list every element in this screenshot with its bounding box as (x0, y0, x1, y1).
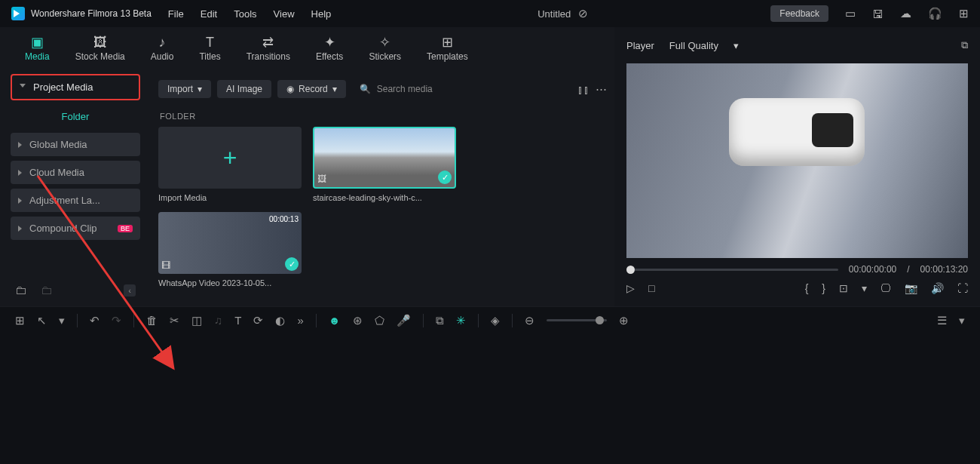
delete-icon[interactable]: 🗑 (146, 314, 158, 327)
audio-icon: ♪ (159, 35, 166, 49)
color-icon[interactable]: ◐ (275, 314, 285, 327)
menu-help[interactable]: Help (311, 8, 332, 20)
menu-tools[interactable]: Tools (234, 8, 256, 20)
sidebar-compound-clip[interactable]: Compound ClipBE (11, 217, 140, 240)
undo-icon[interactable]: ↶ (90, 314, 100, 327)
chevron-down-icon: ▾ (332, 84, 337, 94)
mark-in-icon[interactable]: { (805, 282, 809, 294)
headphones-icon[interactable]: 🎧 (928, 7, 942, 20)
tab-audio[interactable]: ♪Audio (145, 32, 180, 65)
time-sep: / (907, 264, 909, 275)
time-current: 00:00:00:00 (849, 264, 896, 275)
zoom-slider[interactable] (547, 319, 607, 321)
app-logo: Wondershare Filmora 13 Beta (11, 7, 152, 20)
templates-icon: ⊞ (442, 35, 453, 49)
search-icon: 🔍 (360, 84, 371, 94)
beta-badge: BE (118, 225, 133, 232)
mark-out-icon[interactable]: } (822, 282, 825, 294)
tab-templates[interactable]: ⊞Templates (421, 32, 474, 65)
transitions-icon: ⇄ (262, 35, 274, 49)
player-label: Player (626, 40, 654, 51)
duration-label: 00:00:13 (269, 215, 299, 223)
quality-dropdown[interactable]: Full Quality▾ (669, 40, 739, 51)
volume-icon[interactable]: 🔊 (931, 282, 944, 294)
app-name: Wondershare Filmora 13 Beta (31, 8, 152, 19)
redo-icon[interactable]: ↷ (112, 314, 121, 327)
magnet-icon[interactable]: ✳ (456, 314, 466, 327)
menu-file[interactable]: File (168, 8, 184, 20)
more-icon[interactable]: ⋯ (596, 82, 607, 96)
sidebar-folder[interactable]: Folder (11, 105, 140, 128)
music-icon[interactable]: ♫ (214, 314, 222, 327)
stickers-icon: ✧ (379, 35, 390, 49)
chevron-down-icon: ▾ (198, 84, 202, 94)
track-view-icon[interactable]: ☰ (937, 314, 947, 327)
filter-icon[interactable]: ⫿⫿ (577, 83, 590, 96)
save-icon[interactable]: 🖫 (872, 8, 884, 20)
effects-icon: ✦ (324, 35, 335, 49)
media-icon: ▣ (31, 35, 44, 49)
menu-view[interactable]: View (274, 8, 295, 20)
import-media-tile[interactable]: + Import Media (158, 127, 302, 202)
tab-stock-media[interactable]: 🖼Stock Media (69, 32, 131, 65)
check-icon (438, 171, 452, 184)
media-staircase[interactable]: 🖼 staircase-leading-sky-with-c... (313, 127, 456, 202)
tab-transitions[interactable]: ⇄Transitions (240, 32, 296, 65)
ai-icon[interactable]: ☻ (329, 314, 341, 327)
mic-icon[interactable]: 🎤 (397, 314, 411, 327)
fullscreen-icon[interactable]: ⛶ (957, 282, 968, 294)
tab-effects[interactable]: ✦Effects (310, 32, 349, 65)
grid-icon[interactable]: ⊞ (15, 314, 25, 327)
sidebar-cloud-media[interactable]: Cloud Media (11, 161, 140, 184)
mask-icon[interactable]: ⬠ (375, 314, 384, 327)
text-icon[interactable]: T (234, 314, 241, 327)
zoom-in-icon[interactable]: ⊕ (619, 314, 629, 327)
progress-slider[interactable] (626, 269, 838, 271)
sidebar-adjustment-layer[interactable]: Adjustment La... (11, 189, 140, 212)
stock-icon: 🖼 (93, 35, 107, 49)
tab-stickers[interactable]: ✧Stickers (363, 32, 407, 65)
chevron-down-icon[interactable]: ▾ (59, 314, 65, 327)
plus-icon: + (223, 144, 237, 172)
chevron-down-icon[interactable]: ▾ (959, 314, 965, 327)
feedback-button[interactable]: Feedback (770, 5, 828, 22)
folder-icon[interactable]: 🗀 (41, 284, 53, 297)
sidebar-project-media[interactable]: Project Media (11, 74, 140, 100)
stop-icon[interactable]: □ (648, 282, 654, 294)
crop-icon[interactable]: ◫ (191, 314, 202, 327)
enhance-icon[interactable]: ⊛ (353, 314, 363, 327)
titles-icon: T (206, 35, 214, 49)
display-icon[interactable]: 🖵 (880, 282, 891, 294)
media-whatsapp-video[interactable]: 00:00:13🎞 WhatsApp Video 2023-10-05... (158, 212, 302, 287)
cloud-icon[interactable]: ☁ (900, 7, 911, 20)
collapse-sidebar-icon[interactable]: ‹ (124, 284, 136, 297)
tab-media[interactable]: ▣Media (19, 32, 56, 65)
check-icon (285, 257, 299, 271)
snapshot-icon[interactable]: 📷 (905, 282, 917, 294)
video-badge-icon: 🎞 (161, 260, 170, 271)
keyframe-icon[interactable]: ◈ (491, 314, 500, 327)
sidebar-global-media[interactable]: Global Media (11, 133, 140, 156)
crop-icon[interactable]: ⊡ (839, 282, 848, 294)
preview-viewport[interactable] (626, 63, 968, 258)
search-input[interactable]: 🔍Search media (352, 80, 571, 98)
zoom-out-icon[interactable]: ⊖ (525, 314, 534, 327)
split-icon[interactable]: ✂ (170, 314, 179, 327)
cursor-icon[interactable]: ↖ (37, 314, 47, 327)
apps-icon[interactable]: ⊞ (959, 7, 969, 20)
menu-edit[interactable]: Edit (201, 8, 217, 20)
more-icon[interactable]: » (297, 314, 303, 327)
record-button[interactable]: ◉Record▾ (277, 80, 346, 98)
cloud-status-icon: ⊘ (578, 7, 588, 20)
ai-image-button[interactable]: AI Image (217, 80, 271, 98)
new-folder-icon[interactable]: 🗀 (15, 284, 27, 297)
layout-icon[interactable]: ▭ (845, 7, 856, 20)
marker-icon[interactable]: ⧉ (436, 314, 444, 327)
play-icon[interactable]: ▷ (626, 282, 635, 294)
document-title: Untitled (537, 8, 571, 20)
tab-titles[interactable]: TTitles (193, 32, 226, 65)
compare-icon[interactable]: ⧉ (961, 39, 968, 51)
chevron-down-icon[interactable]: ▾ (862, 282, 867, 294)
import-button[interactable]: Import▾ (158, 80, 211, 98)
speed-icon[interactable]: ⟳ (253, 314, 263, 327)
